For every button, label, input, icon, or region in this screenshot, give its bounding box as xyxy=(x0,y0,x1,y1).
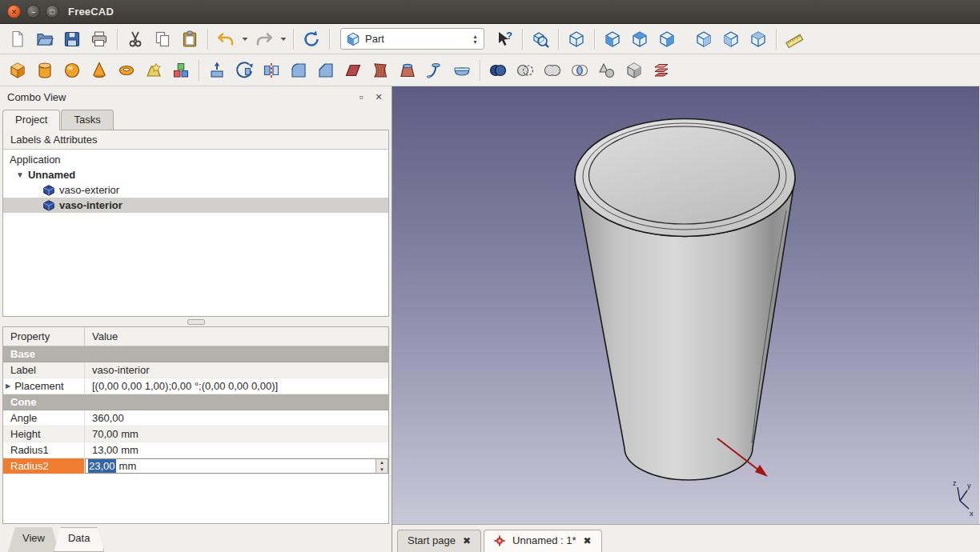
top-view-button[interactable] xyxy=(626,27,653,51)
print-button[interactable] xyxy=(86,27,113,51)
part-make-face-button[interactable] xyxy=(339,58,367,82)
splitter-handle-icon[interactable] xyxy=(187,319,205,325)
window-controls xyxy=(7,5,59,18)
tree-item-vaso-exterior[interactable]: vaso-exterior xyxy=(3,182,388,198)
part-mirror-button[interactable] xyxy=(258,58,285,82)
part-cylinder-button[interactable] xyxy=(31,58,58,82)
property-row-radius2[interactable]: Radius2 23,00 mm xyxy=(3,458,388,474)
redo-history-dropdown[interactable] xyxy=(278,27,289,51)
property-group-cone: Cone xyxy=(3,394,388,410)
tree-document-unnamed[interactable]: Unnamed xyxy=(3,167,388,182)
part-section-button[interactable] xyxy=(448,58,476,82)
property-editor-tabs: View Data xyxy=(0,524,392,552)
part-primitives-button[interactable] xyxy=(140,58,167,82)
part-sphere-button[interactable] xyxy=(58,58,86,82)
paste-button[interactable] xyxy=(176,27,203,51)
part-cross-sections-button[interactable] xyxy=(648,58,675,82)
part-common-button[interactable] xyxy=(566,58,593,82)
part-chamfer-button[interactable] xyxy=(312,58,339,82)
bottom-view-button[interactable] xyxy=(717,27,745,51)
rear-view-button[interactable] xyxy=(690,27,717,51)
svg-text:?: ? xyxy=(506,30,512,42)
cone-inner-face xyxy=(589,126,780,224)
freecad-window: FreeCAD Part ? Combo View Project xyxy=(0,0,980,552)
measure-distance-button[interactable] xyxy=(781,27,808,51)
tab-project[interactable]: Project xyxy=(2,110,60,130)
part-boolean-button[interactable] xyxy=(484,58,512,82)
value-spinbox[interactable] xyxy=(376,459,388,473)
tab-data[interactable]: Data xyxy=(54,527,104,552)
tab-unnamed-document[interactable]: Unnamed : 1* ✖ xyxy=(484,530,602,552)
radius2-value-editor[interactable]: 23,00 mm xyxy=(85,458,388,474)
toolbar-separator xyxy=(293,29,294,50)
window-minimize-button[interactable] xyxy=(26,5,40,18)
part-revolve-button[interactable] xyxy=(231,58,258,82)
part-loft-button[interactable] xyxy=(394,58,421,82)
toolbar-separator xyxy=(776,29,777,50)
part-extrude-button[interactable] xyxy=(203,58,231,82)
3d-viewport[interactable]: z y x Start page ✖ Unnamed : 1* ✖ xyxy=(392,86,980,552)
part-cone-button[interactable] xyxy=(86,58,113,82)
tree-item-vaso-interior[interactable]: vaso-interior xyxy=(3,198,388,213)
left-view-button[interactable] xyxy=(745,27,772,51)
tree-root-application[interactable]: Application xyxy=(3,152,388,167)
property-row-radius1[interactable]: Radius1 13,00 mm xyxy=(3,442,388,458)
part-convert-solid-button[interactable] xyxy=(621,58,648,82)
main-area: Combo View Project Tasks Labels & Attrib… xyxy=(0,86,980,552)
part-ruled-surface-button[interactable] xyxy=(367,58,394,82)
value-column-header[interactable]: Value xyxy=(85,327,388,346)
undo-history-dropdown[interactable] xyxy=(239,27,251,51)
new-document-button[interactable] xyxy=(4,27,31,51)
panel-close-icon[interactable] xyxy=(373,91,384,102)
right-view-button[interactable] xyxy=(653,27,681,51)
part-union-button[interactable] xyxy=(539,58,566,82)
part-cut-button[interactable] xyxy=(512,58,539,82)
tab-start-page[interactable]: Start page ✖ xyxy=(397,530,481,552)
cut-button[interactable] xyxy=(122,27,149,51)
workbench-selector-spinner[interactable] xyxy=(470,34,480,45)
panel-splitter[interactable] xyxy=(0,317,392,326)
part-box-button[interactable] xyxy=(4,58,31,82)
3d-scene[interactable]: z y x xyxy=(392,86,979,524)
tab-view[interactable]: View xyxy=(8,527,59,552)
redo-button[interactable] xyxy=(251,27,278,51)
copy-button[interactable] xyxy=(149,27,176,51)
part-compound-button[interactable] xyxy=(593,58,621,82)
part-cube-icon xyxy=(43,185,54,196)
property-column-header[interactable]: Property xyxy=(3,327,85,346)
expander-icon[interactable] xyxy=(16,170,24,179)
part-fillet-button[interactable] xyxy=(285,58,312,82)
part-toolbar xyxy=(0,54,980,86)
close-tab-icon[interactable]: ✖ xyxy=(463,535,471,546)
part-toolbar-group xyxy=(4,58,675,82)
spin-down-icon[interactable] xyxy=(376,466,388,474)
combo-view-header: Combo View xyxy=(0,86,392,107)
window-close-button[interactable] xyxy=(7,5,21,18)
part-torus-button[interactable] xyxy=(113,58,140,82)
property-row-angle[interactable]: Angle 360,00 xyxy=(3,410,388,426)
toolbar-separator xyxy=(199,60,199,81)
file-edit-toolbar-group xyxy=(4,27,334,51)
whats-this-button[interactable]: ? xyxy=(491,27,518,51)
standard-toolbar: Part ? xyxy=(0,24,980,54)
close-tab-icon[interactable]: ✖ xyxy=(584,535,592,546)
property-row-placement[interactable]: Placement [(0,00 0,00 1,00);0,00 °;(0,00… xyxy=(3,378,388,394)
tab-tasks[interactable]: Tasks xyxy=(61,110,113,130)
combo-view-panel: Combo View Project Tasks Labels & Attrib… xyxy=(0,86,392,552)
property-row-label[interactable]: Label vaso-interior xyxy=(3,362,388,378)
axonometric-view-button[interactable] xyxy=(563,27,590,51)
spin-up-icon[interactable] xyxy=(376,459,388,466)
undo-button[interactable] xyxy=(212,27,239,51)
fit-all-button[interactable] xyxy=(527,27,554,51)
front-view-button[interactable] xyxy=(599,27,626,51)
part-shape-builder-button[interactable] xyxy=(167,58,195,82)
workbench-selector[interactable]: Part xyxy=(340,28,484,50)
part-sweep-button[interactable] xyxy=(421,58,448,82)
open-document-button[interactable] xyxy=(31,27,58,51)
toolbar-separator xyxy=(522,29,523,50)
refresh-button[interactable] xyxy=(298,27,325,51)
window-maximize-button[interactable] xyxy=(46,5,59,18)
property-row-height[interactable]: Height 70,00 mm xyxy=(3,426,388,442)
save-document-button[interactable] xyxy=(58,27,86,51)
panel-float-icon[interactable] xyxy=(355,91,367,102)
